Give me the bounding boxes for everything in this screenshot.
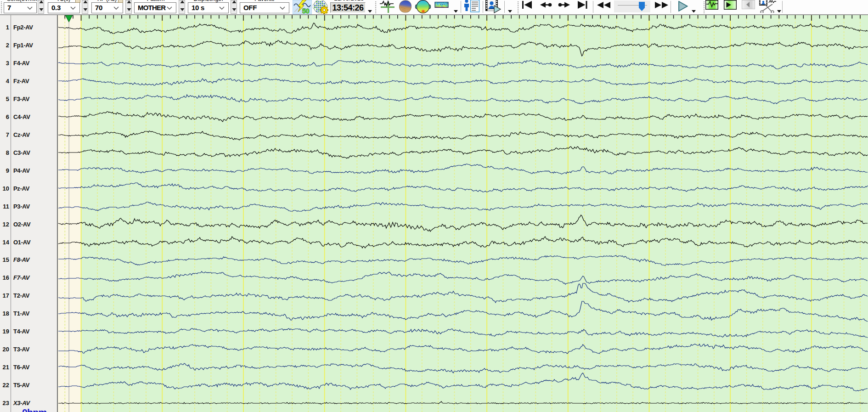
svg-text:50: 50 (302, 7, 310, 14)
